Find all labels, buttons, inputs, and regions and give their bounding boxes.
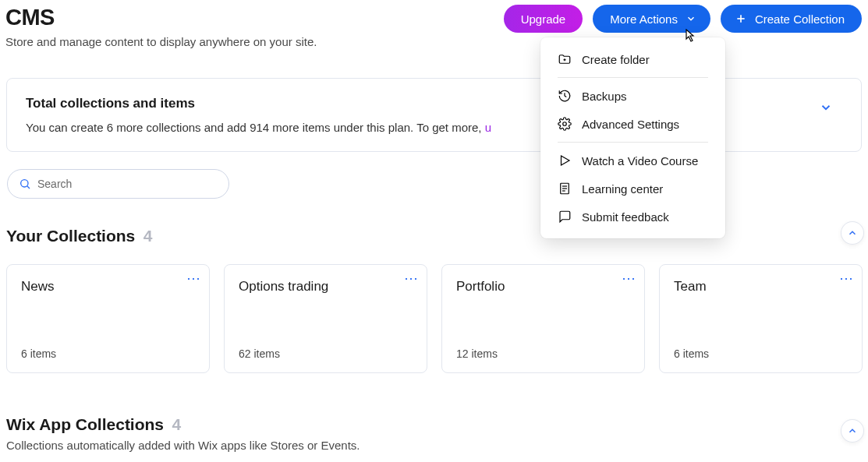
dropdown-label: Create folder (582, 53, 650, 66)
header-buttons: Upgrade More Actions Create Collection (504, 5, 862, 33)
collection-items-count: 6 items (674, 347, 848, 360)
collection-title: Options trading (239, 279, 413, 294)
create-collection-button[interactable]: Create Collection (721, 5, 862, 33)
dropdown-label: Learning center (582, 182, 663, 196)
upgrade-link[interactable]: u (485, 121, 491, 134)
chevron-up-icon (847, 227, 858, 238)
plus-icon (735, 12, 747, 25)
search-wrap (7, 169, 868, 199)
chevron-up-icon (847, 425, 858, 436)
dropdown-divider (558, 77, 708, 78)
search-input[interactable] (37, 178, 218, 190)
gear-icon (558, 117, 572, 131)
your-collections-count: 4 (143, 227, 153, 245)
app-collections-section: Wix App Collections 4 Collections automa… (0, 415, 868, 452)
your-collections-section: Your Collections 4 News 6 items ⋯ Option… (0, 227, 868, 373)
collection-card[interactable]: News 6 items ⋯ (6, 264, 210, 373)
dropdown-divider (558, 142, 708, 143)
search-icon (19, 178, 31, 190)
more-actions-label: More Actions (610, 12, 678, 26)
collapse-app-collections-button[interactable] (841, 420, 863, 442)
header-left: CMS Store and manage content to display … (5, 5, 317, 48)
svg-marker-7 (562, 156, 570, 165)
collapse-your-collections-button[interactable] (841, 222, 863, 244)
dropdown-create-folder[interactable]: Create folder (540, 45, 725, 73)
dropdown-advanced-settings[interactable]: Advanced Settings (540, 110, 725, 138)
folder-plus-icon (558, 52, 572, 66)
dropdown-backups[interactable]: Backups (540, 82, 725, 110)
svg-point-2 (21, 180, 28, 187)
page-subtitle: Store and manage content to display anyw… (5, 35, 317, 48)
chevron-down-icon (819, 101, 833, 115)
quota-banner-toggle[interactable] (819, 101, 833, 118)
create-collection-label: Create Collection (755, 12, 845, 26)
card-more-button[interactable]: ⋯ (404, 271, 419, 285)
card-more-button[interactable]: ⋯ (186, 271, 201, 285)
page-header: CMS Store and manage content to display … (0, 0, 868, 48)
dropdown-label: Submit feedback (582, 210, 669, 224)
collection-title: News (21, 279, 195, 294)
app-collections-sub: Collections automatically added with Wix… (6, 439, 862, 452)
collection-card[interactable]: Options trading 62 items ⋯ (224, 264, 427, 373)
more-actions-button[interactable]: More Actions (593, 5, 710, 33)
collections-grid: News 6 items ⋯ Options trading 62 items … (6, 264, 862, 373)
dropdown-label: Watch a Video Course (582, 154, 698, 168)
app-collections-count: 4 (172, 415, 182, 433)
history-icon (558, 89, 572, 103)
dropdown-learning-center[interactable]: Learning center (540, 175, 725, 203)
document-icon (558, 182, 572, 196)
chevron-down-icon (686, 13, 696, 24)
dropdown-submit-feedback[interactable]: Submit feedback (540, 203, 725, 231)
collection-card[interactable]: Team 6 items ⋯ (659, 264, 863, 373)
dropdown-label: Advanced Settings (582, 118, 679, 131)
card-more-button[interactable]: ⋯ (622, 271, 636, 285)
your-collections-heading: Your Collections (6, 227, 135, 245)
collection-card[interactable]: Portfolio 12 items ⋯ (441, 264, 645, 373)
dropdown-label: Backups (582, 90, 627, 103)
collection-title: Team (674, 279, 848, 294)
app-collections-heading: Wix App Collections (6, 415, 164, 434)
play-icon (558, 153, 572, 168)
collection-title: Portfolio (456, 279, 630, 294)
dropdown-video-course[interactable]: Watch a Video Course (540, 146, 725, 175)
page-title: CMS (5, 5, 317, 30)
collection-items-count: 62 items (239, 347, 413, 360)
card-more-button[interactable]: ⋯ (839, 271, 854, 285)
upgrade-button[interactable]: Upgrade (504, 5, 583, 33)
more-actions-dropdown: Create folder Backups Advanced Settings … (540, 37, 725, 238)
quota-banner: Total collections and items You can crea… (6, 78, 862, 152)
search-box[interactable] (7, 169, 229, 199)
comment-icon (558, 210, 572, 224)
collection-items-count: 6 items (21, 347, 195, 360)
svg-line-3 (27, 186, 30, 189)
svg-point-6 (563, 122, 567, 126)
collection-items-count: 12 items (456, 347, 630, 360)
